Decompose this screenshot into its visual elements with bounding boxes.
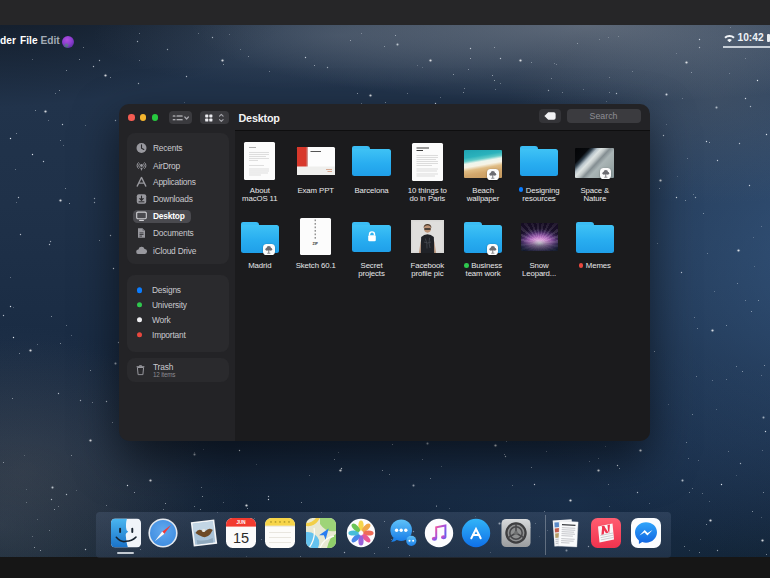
svg-text:15: 15 [233, 530, 249, 546]
svg-text:ZIP: ZIP [313, 242, 319, 246]
svg-text:JUN: JUN [236, 520, 246, 525]
